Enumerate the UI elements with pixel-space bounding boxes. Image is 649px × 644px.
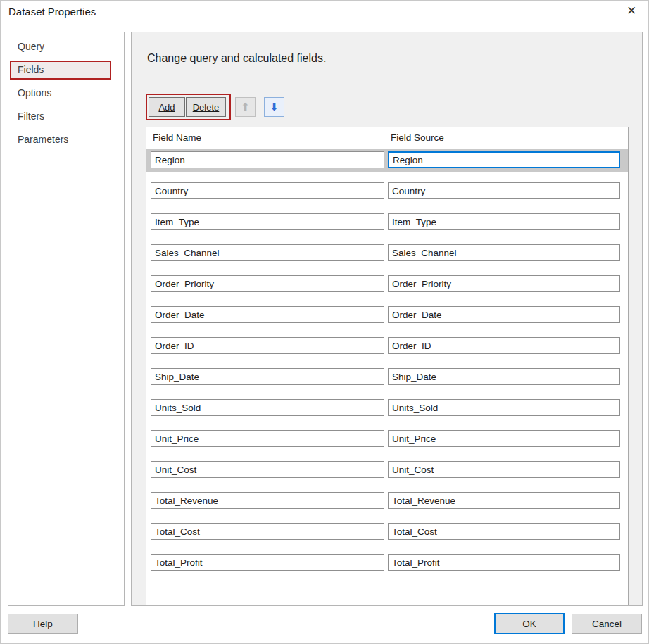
dataset-properties-dialog: Dataset Properties ✕ Query Fields Option… — [0, 0, 649, 644]
ok-button[interactable]: OK — [494, 613, 565, 634]
field-name-input[interactable] — [151, 368, 384, 385]
table-row — [146, 242, 628, 273]
sidebar-item-filters[interactable]: Filters — [8, 105, 124, 128]
sidebar-item-parameters[interactable]: Parameters — [8, 128, 124, 151]
sidebar-item-query[interactable]: Query — [8, 35, 124, 58]
fields-table: Field Name Field Source — [146, 127, 629, 605]
field-source-input[interactable] — [388, 151, 620, 168]
arrow-down-icon: ⬇ — [270, 101, 279, 113]
delete-button[interactable]: Delete — [186, 97, 226, 117]
main-panel: Change query and calculated fields. Add … — [131, 32, 643, 606]
table-row — [146, 459, 628, 490]
field-source-input[interactable] — [388, 399, 620, 416]
field-source-input[interactable] — [388, 306, 620, 323]
field-name-input[interactable] — [151, 182, 384, 199]
field-name-input[interactable] — [151, 492, 384, 509]
field-source-input[interactable] — [388, 213, 620, 230]
table-row — [146, 521, 628, 552]
table-body — [146, 149, 628, 583]
sidebar-item-fields[interactable]: Fields — [8, 58, 124, 82]
field-source-input[interactable] — [388, 182, 620, 199]
field-name-input[interactable] — [151, 244, 384, 261]
sidebar-item-options[interactable]: Options — [8, 82, 124, 105]
field-source-input[interactable] — [388, 337, 620, 354]
cancel-button[interactable]: Cancel — [572, 614, 642, 634]
table-row — [146, 273, 628, 304]
table-row — [146, 335, 628, 366]
table-row — [146, 149, 628, 180]
field-name-input[interactable] — [151, 275, 384, 292]
page-title: Change query and calculated fields. — [147, 52, 326, 65]
table-row — [146, 490, 628, 521]
table-header: Field Name Field Source — [146, 127, 628, 149]
table-row — [146, 180, 628, 211]
sidebar-item-label: Options — [18, 87, 51, 99]
move-down-button[interactable]: ⬇ — [264, 97, 284, 117]
field-name-input[interactable] — [151, 337, 384, 354]
move-up-button[interactable]: ⬆ — [235, 97, 256, 117]
sidebar-item-label: Query — [18, 41, 44, 52]
add-button[interactable]: Add — [149, 97, 185, 117]
field-source-input[interactable] — [388, 275, 620, 292]
field-name-input[interactable] — [151, 306, 384, 323]
field-source-input[interactable] — [388, 368, 620, 385]
dialog-title: Dataset Properties — [8, 6, 96, 18]
table-row — [146, 397, 628, 428]
table-row — [146, 428, 628, 459]
arrow-up-icon: ⬆ — [241, 101, 250, 113]
field-name-input[interactable] — [151, 554, 384, 571]
field-name-input[interactable] — [151, 523, 384, 540]
field-source-input[interactable] — [388, 430, 620, 447]
sidebar-item-label: Parameters — [18, 134, 68, 145]
help-button[interactable]: Help — [8, 614, 78, 634]
delete-button-label: Delete — [193, 102, 220, 113]
table-row — [146, 366, 628, 397]
field-source-input[interactable] — [388, 492, 620, 509]
sidebar: Query Fields Options Filters Parameters — [8, 32, 125, 606]
field-name-input[interactable] — [151, 151, 384, 168]
sidebar-item-label: Fields — [18, 64, 44, 75]
field-name-input[interactable] — [151, 399, 384, 416]
field-source-input[interactable] — [388, 554, 620, 571]
field-source-input[interactable] — [388, 523, 620, 540]
add-button-label: Add — [158, 102, 175, 113]
table-row — [146, 552, 628, 583]
field-name-input[interactable] — [151, 213, 384, 230]
column-header-field-name: Field Name — [146, 127, 386, 149]
sidebar-item-label: Filters — [18, 111, 44, 122]
field-source-input[interactable] — [388, 461, 620, 478]
table-row — [146, 304, 628, 335]
field-name-input[interactable] — [151, 461, 384, 478]
table-row — [146, 211, 628, 242]
close-icon[interactable]: ✕ — [624, 4, 639, 19]
field-source-input[interactable] — [388, 244, 620, 261]
column-header-field-source: Field Source — [386, 127, 628, 149]
field-name-input[interactable] — [151, 430, 384, 447]
